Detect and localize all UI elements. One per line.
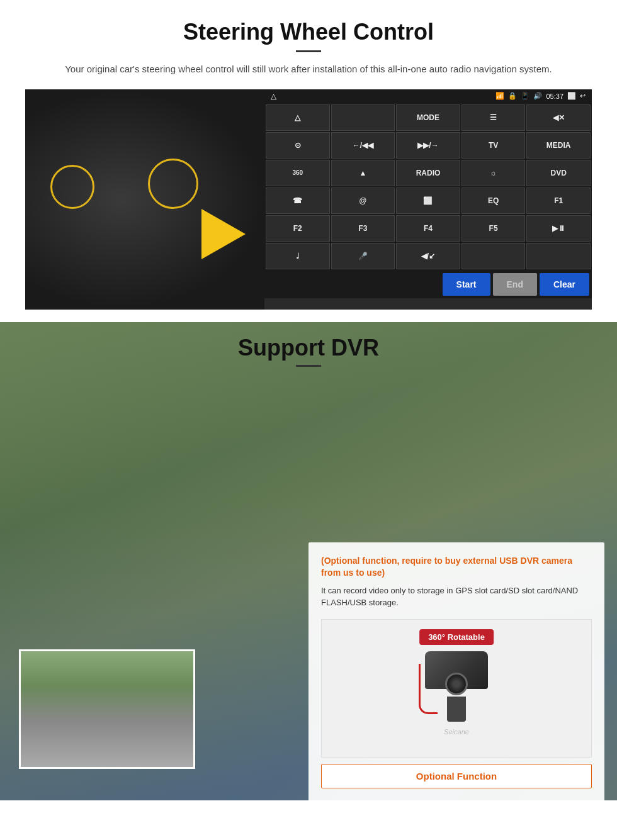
btn-next[interactable]: ▶▶/→ xyxy=(396,132,460,159)
camera-body xyxy=(425,651,488,689)
btn-empty-3 xyxy=(526,243,591,269)
wifi-icon: 📶 xyxy=(495,92,504,100)
dvr-title-divider xyxy=(296,365,321,367)
dvr-camera-box: 360° Rotatable Seicane xyxy=(321,619,592,758)
btn-media[interactable]: MEDIA xyxy=(526,132,591,159)
steering-wheel-photo xyxy=(25,89,264,310)
btn-f4[interactable]: F4 xyxy=(396,215,460,242)
btn-playpause[interactable]: ▶⏸ xyxy=(526,215,591,242)
btn-mic[interactable]: 🎤 xyxy=(331,243,395,269)
dvr-thumbnail-photo xyxy=(19,649,195,769)
dvr-thumbnail-road-bg xyxy=(21,651,193,767)
end-button[interactable]: End xyxy=(493,273,537,296)
dvr-info-card: (Optional function, require to buy exter… xyxy=(308,542,604,800)
seicane-watermark: Seicane xyxy=(444,728,469,736)
steering-section: Steering Wheel Control Your original car… xyxy=(0,0,617,322)
btn-eq[interactable]: EQ xyxy=(461,188,526,214)
volume-icon: 🔊 xyxy=(533,92,542,100)
optional-function-label: Optional Function xyxy=(321,764,592,788)
btn-f1[interactable]: F1 xyxy=(526,188,591,214)
steering-image-area: △ 📶 🔒 📱 🔊 05:37 ⬜ ↩ △ MODE ☰ xyxy=(25,89,592,310)
btn-dvd[interactable]: DVD xyxy=(526,160,591,186)
badge-360: 360° Rotatable xyxy=(419,629,494,645)
camera-mount xyxy=(447,697,466,722)
btn-screen[interactable]: ⬜ xyxy=(396,188,460,214)
btn-phone[interactable]: ☎ xyxy=(266,188,330,214)
btn-brightness[interactable]: ☼ xyxy=(461,160,526,186)
camera-shape xyxy=(425,651,488,722)
steering-bg xyxy=(25,89,264,310)
dvr-title: Support DVR xyxy=(0,335,617,361)
btn-empty-1 xyxy=(331,104,395,131)
btn-prev[interactable]: ←/◀◀ xyxy=(331,132,395,159)
dvr-card-container: (Optional function, require to buy exter… xyxy=(308,542,604,800)
btn-radio[interactable]: RADIO xyxy=(396,160,460,186)
home-icon: △ xyxy=(271,92,276,101)
btn-vol-prev[interactable]: ◀/↙ xyxy=(396,243,460,269)
action-row: Start End Clear xyxy=(264,271,592,298)
btn-settings[interactable]: ⊙ xyxy=(266,132,330,159)
btn-internet[interactable]: @ xyxy=(331,188,395,214)
btn-music[interactable]: ♩ xyxy=(266,243,330,269)
btn-empty-2 xyxy=(461,243,526,269)
title-divider xyxy=(296,50,321,52)
ui-panel: △ 📶 🔒 📱 🔊 05:37 ⬜ ↩ △ MODE ☰ xyxy=(264,89,592,310)
clear-button[interactable]: Clear xyxy=(540,273,589,296)
btn-mode[interactable]: MODE xyxy=(396,104,460,131)
rotate-arrow-icon xyxy=(419,664,438,714)
start-button[interactable]: Start xyxy=(443,273,490,296)
status-right: 📶 🔒 📱 🔊 05:37 ⬜ ↩ xyxy=(495,92,586,100)
btn-eject[interactable]: ▲ xyxy=(331,160,395,186)
phone-icon: 📱 xyxy=(521,92,529,100)
btn-menu[interactable]: ☰ xyxy=(461,104,526,131)
camera-lens xyxy=(445,673,468,695)
btn-f3[interactable]: F3 xyxy=(331,215,395,242)
button-grid: △ MODE ☰ ◀✕ ⊙ ←/◀◀ ▶▶/→ TV MEDIA 360 ▲ R… xyxy=(264,103,592,271)
highlight-circle-right xyxy=(148,159,198,209)
dvr-desc-text: It can record video only to storage in G… xyxy=(321,585,592,609)
status-left: △ xyxy=(271,92,276,101)
btn-f2[interactable]: F2 xyxy=(266,215,330,242)
arrow-pointing-right xyxy=(201,209,246,259)
window-icon: ⬜ xyxy=(567,92,576,100)
btn-f5[interactable]: F5 xyxy=(461,215,526,242)
steering-subtitle: Your original car's steering wheel contr… xyxy=(50,62,567,77)
btn-tv[interactable]: TV xyxy=(461,132,526,159)
btn-360[interactable]: 360 xyxy=(266,160,330,186)
btn-home[interactable]: △ xyxy=(266,104,330,131)
dvr-optional-text: (Optional function, require to buy exter… xyxy=(321,555,592,580)
status-bar: △ 📶 🔒 📱 🔊 05:37 ⬜ ↩ xyxy=(264,89,592,103)
dvr-content: Support DVR xyxy=(0,322,617,367)
highlight-circle-left xyxy=(50,165,94,209)
lock-icon: 🔒 xyxy=(508,92,517,100)
back-icon: ↩ xyxy=(580,92,586,100)
dvr-section: Support DVR (Optional function, require … xyxy=(0,322,617,800)
steering-title: Steering Wheel Control xyxy=(25,19,592,45)
btn-mute[interactable]: ◀✕ xyxy=(526,104,591,131)
time-display: 05:37 xyxy=(546,92,563,100)
